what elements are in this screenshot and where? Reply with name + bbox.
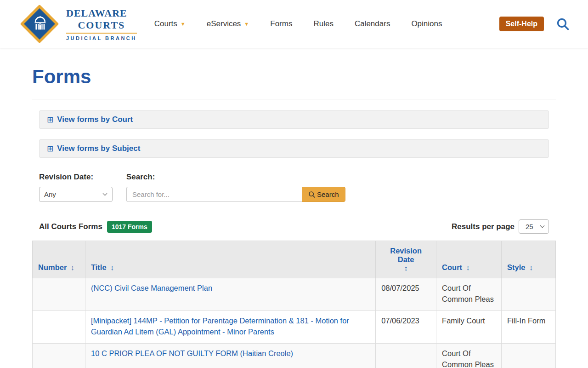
sort-icon[interactable]: ↕ bbox=[111, 264, 114, 271]
cell-court: Family Court bbox=[436, 310, 502, 343]
search-icon[interactable] bbox=[556, 17, 570, 31]
cell-court: Court Of Common Pleas bbox=[436, 278, 502, 311]
courthouse-icon bbox=[27, 11, 53, 37]
expand-plus-icon: ⊞ bbox=[47, 145, 53, 153]
column-header-number[interactable]: Number↕ bbox=[33, 241, 85, 278]
chevron-down-icon: ▼ bbox=[181, 21, 186, 27]
results-bar: All Courts Forms 1017 Forms Results per … bbox=[39, 219, 549, 234]
logo-line-delaware: DELAWARE bbox=[66, 7, 137, 19]
column-header-court[interactable]: Court↕ bbox=[436, 241, 502, 278]
table-row: 10 C PRIOR PLEA OF NOT GUILTY FORM (Hait… bbox=[33, 343, 556, 368]
forms-table: Number↕ Title↕ Revision Date ↕ Court↕ St… bbox=[32, 241, 556, 368]
cell-style bbox=[502, 343, 556, 368]
magnifier-icon bbox=[308, 191, 316, 198]
chevron-down-icon: ▼ bbox=[244, 21, 249, 27]
nav-item-opinions[interactable]: Opinions bbox=[411, 19, 442, 29]
page-title: Forms bbox=[32, 66, 556, 88]
cell-revision-date: 07/06/2023 bbox=[376, 310, 436, 343]
results-heading: All Courts Forms bbox=[39, 222, 102, 231]
logo-diamond bbox=[18, 3, 61, 45]
column-header-title[interactable]: Title↕ bbox=[85, 241, 375, 278]
sort-icon[interactable]: ↕ bbox=[381, 264, 430, 272]
form-title-link[interactable]: 10 C PRIOR PLEA OF NOT GUILTY FORM (Hait… bbox=[91, 349, 293, 357]
accordion-label: View forms by Subject bbox=[57, 144, 140, 153]
cell-court: Court Of Common Pleas bbox=[436, 343, 502, 368]
cell-number bbox=[33, 278, 85, 311]
sort-icon[interactable]: ↕ bbox=[466, 264, 470, 271]
cell-number bbox=[33, 343, 85, 368]
form-title-link[interactable]: [Minipacket] 144MP - Petition for Parent… bbox=[91, 316, 349, 336]
expand-plus-icon: ⊞ bbox=[47, 116, 53, 124]
filters-bar: Revision Date: Any Search: bbox=[39, 172, 549, 202]
logo-line-courts: COURTS bbox=[66, 19, 137, 34]
cell-revision-date bbox=[376, 343, 436, 368]
search-label: Search: bbox=[126, 172, 345, 182]
accordion-view-forms-by-court[interactable]: ⊞ View forms by Court bbox=[39, 110, 549, 129]
cell-revision-date: 08/07/2025 bbox=[376, 278, 436, 311]
search-button-label: Search bbox=[317, 190, 339, 198]
sort-icon[interactable]: ↕ bbox=[529, 264, 533, 271]
search-input[interactable] bbox=[126, 187, 302, 202]
table-row: [Minipacket] 144MP - Petition for Parent… bbox=[33, 310, 556, 343]
nav-item-calendars[interactable]: Calendars bbox=[355, 19, 390, 29]
accordion-view-forms-by-subject[interactable]: ⊞ View forms by Subject bbox=[39, 139, 549, 158]
accordion-label: View forms by Court bbox=[57, 115, 133, 124]
cell-style bbox=[502, 278, 556, 311]
results-per-page-select[interactable]: 25 bbox=[519, 219, 549, 234]
cell-style: Fill-In Form bbox=[502, 310, 556, 343]
revision-date-select[interactable]: Any bbox=[39, 187, 113, 202]
sort-icon[interactable]: ↕ bbox=[71, 264, 74, 271]
search-button[interactable]: Search bbox=[302, 187, 345, 202]
self-help-button[interactable]: Self-Help bbox=[499, 17, 544, 31]
search-filter: Search: Search bbox=[126, 172, 345, 202]
results-per-page-label: Results per page bbox=[452, 222, 514, 231]
nav-item-rules[interactable]: Rules bbox=[313, 19, 333, 29]
logo-line-judicial-branch: JUDICIAL BRANCH bbox=[66, 35, 137, 41]
nav-item-courts[interactable]: Courts ▼ bbox=[154, 19, 186, 29]
form-title-link[interactable]: (NCC) Civil Case Management Plan bbox=[91, 284, 212, 292]
nav-item-eservices[interactable]: eServices ▼ bbox=[207, 19, 249, 29]
delaware-courts-logo[interactable]: DELAWARE COURTS JUDICIAL BRANCH bbox=[18, 3, 137, 45]
results-per-page: Results per page 25 bbox=[452, 219, 549, 234]
main-content: Forms ⊞ View forms by Court ⊞ View forms… bbox=[0, 66, 588, 368]
table-header-row: Number↕ Title↕ Revision Date ↕ Court↕ St… bbox=[33, 241, 556, 278]
logo-wordmark: DELAWARE COURTS JUDICIAL BRANCH bbox=[66, 7, 137, 41]
revision-date-label: Revision Date: bbox=[39, 172, 113, 182]
cell-number bbox=[33, 310, 85, 343]
site-header: DELAWARE COURTS JUDICIAL BRANCH Courts ▼… bbox=[0, 0, 588, 48]
table-row: (NCC) Civil Case Management Plan 08/07/2… bbox=[33, 278, 556, 311]
revision-date-filter: Revision Date: Any bbox=[39, 172, 113, 202]
main-nav: Courts ▼ eServices ▼ Forms Rules Calenda… bbox=[154, 19, 442, 29]
forms-table-body: (NCC) Civil Case Management Plan 08/07/2… bbox=[33, 278, 556, 368]
column-header-revision-date[interactable]: Revision Date ↕ bbox=[376, 241, 436, 278]
forms-count-badge: 1017 Forms bbox=[107, 221, 152, 233]
title-divider bbox=[32, 99, 556, 99]
column-header-style[interactable]: Style↕ bbox=[502, 241, 556, 278]
nav-item-forms[interactable]: Forms bbox=[270, 19, 292, 29]
